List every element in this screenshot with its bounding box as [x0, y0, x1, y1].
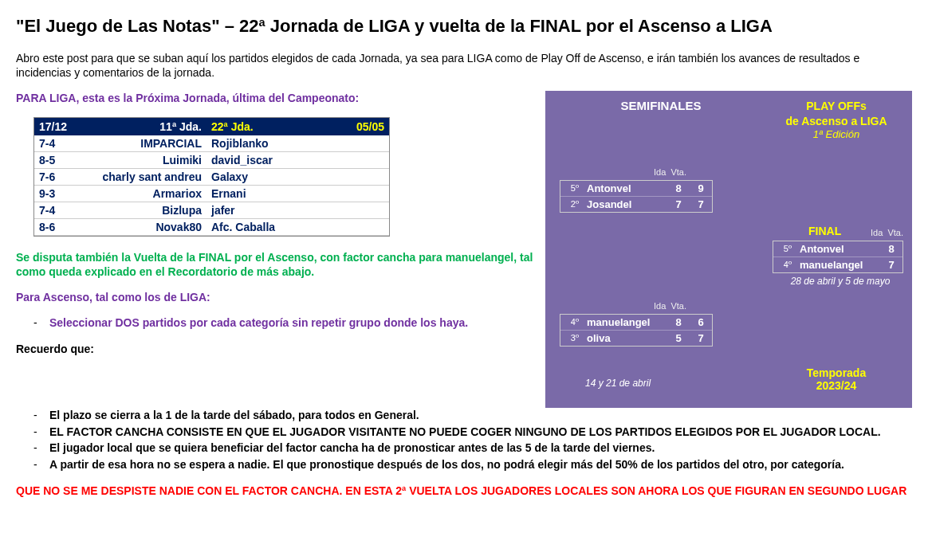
liga-row: 7-4Bizlupajafer [34, 202, 389, 218]
semi2-box: 4ºmanuelangel863ºoliva57 [560, 314, 713, 347]
recuerdo-item: A partir de esa hora no se espera a nadi… [49, 457, 912, 472]
liga-row: 7-6charly sant andreuGalaxy [34, 168, 389, 185]
ida-label-f: Ida [871, 228, 883, 237]
season-label: Temporada [769, 366, 904, 379]
intro-text: Abro este post para que se suban aquí lo… [16, 51, 912, 80]
bracket-row: 4ºmanuelangel86 [560, 315, 712, 331]
final-date: 28 de abril y 5 de mayo [777, 276, 904, 287]
recuerdo-label: Recuerdo que: [16, 342, 539, 356]
ascenso-heading: Para Ascenso, tal como los de LIGA: [16, 290, 539, 304]
liga-row: 8-5Luimikidavid_iscar [34, 151, 389, 168]
semi-date: 14 y 21 de abril [585, 378, 651, 389]
warning-text: QUE NO SE ME DESPISTE NADIE CON EL FACTO… [16, 484, 912, 498]
liga-th-date2: 05/05 [336, 118, 389, 135]
liga-row: 7-4IMPARCIALRojiblanko [34, 135, 389, 152]
bracket-row: 4ºmanuelangel7 [773, 257, 902, 272]
page-title: "El Juego de Las Notas" – 22ª Jornada de… [16, 16, 912, 37]
liga-row: 8-6Novak80Afc. Caballa [34, 218, 389, 235]
bracket-row: 2ºJosandel77 [560, 196, 712, 212]
ascenso-rule-list: Seleccionar DOS partidos por cada catego… [16, 315, 539, 331]
vta-label-1: Vta. [670, 167, 686, 177]
recuerdo-item: El plazo se cierra a la 1 de la tarde de… [49, 408, 912, 423]
playoff-bracket: SEMIFINALES PLAY OFFs de Ascenso a LIGA … [545, 91, 912, 407]
liga-table: 17/12 11ª Jda. 22ª Jda. 05/05 7-4IMPARCI… [33, 117, 390, 237]
vta-label-f: Vta. [887, 228, 903, 237]
liga-heading: PARA LIGA, esta es la Próxima Jornada, ú… [16, 91, 539, 105]
ida-label-1: Ida [654, 167, 666, 177]
season-year: 2023/24 [769, 379, 904, 392]
liga-th-date1: 17/12 [34, 118, 77, 135]
final-label: FINAL [808, 225, 841, 237]
playoff-title-2: de Ascenso a LIGA [769, 114, 904, 128]
bracket-row: 5ºAntonvel89 [560, 181, 712, 197]
recuerdo-item: El jugador local que se quiera beneficia… [49, 441, 912, 456]
final-box: 5ºAntonvel84ºmanuelangel7 [773, 241, 903, 273]
liga-th-jda1: 11ª Jda. [77, 118, 206, 135]
liga-th-jda2: 22ª Jda. [206, 118, 336, 135]
semifinals-label: SEMIFINALES [553, 99, 769, 141]
playoff-edition: 1ª Edición [769, 128, 904, 142]
liga-row: 9-3ArmarioxErnani [34, 185, 389, 202]
recuerdo-list: El plazo se cierra a la 1 de la tarde de… [16, 408, 912, 473]
semi1-box: 5ºAntonvel892ºJosandel77 [560, 180, 713, 213]
ascenso-rule: Seleccionar DOS partidos por cada catego… [49, 315, 539, 331]
green-note: Se disputa también la Vuelta de la FINAL… [16, 250, 539, 279]
bracket-row: 3ºoliva57 [560, 330, 712, 346]
bracket-row: 5ºAntonvel8 [773, 241, 902, 257]
playoff-title-1: PLAY OFFs [769, 99, 904, 113]
ida-label-2: Ida [654, 301, 666, 311]
vta-label-2: Vta. [670, 301, 686, 311]
recuerdo-item: EL FACTOR CANCHA CONSISTE EN QUE EL JUGA… [49, 425, 912, 440]
